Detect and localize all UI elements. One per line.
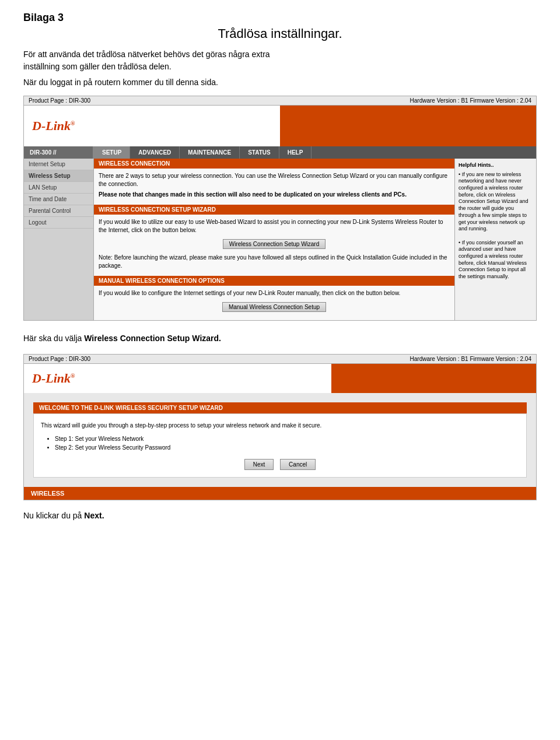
section-title: Trådlösa inställningar. (23, 26, 537, 41)
version-label: Hardware Version : B1 Firmware Version :… (410, 97, 531, 104)
manual-text: If you would like to configure the Inter… (99, 289, 450, 297)
wizard-cancel-button[interactable]: Cancel (280, 459, 316, 470)
wizard-next-button[interactable]: Next (244, 459, 274, 470)
nav-model: DIR-300 // (24, 146, 94, 159)
hints-text-2: • If you consider yourself an advanced u… (459, 240, 533, 280)
wizard-section-title: WIRELESS CONNECTION SETUP WIZARD (94, 205, 454, 215)
hints-text-1: • If you are new to wireless networking … (459, 171, 533, 233)
page-title: Bilaga 3 (23, 12, 537, 24)
wizard-top-bar: Product Page : DIR-300 Hardware Version … (24, 355, 536, 364)
wireless-choice-text: Här ska du välja Wireless Connection Set… (23, 332, 537, 345)
dlink-logo: D-Link® (32, 118, 75, 134)
wizard-text: If you would like to utilize our easy to… (99, 218, 450, 234)
router-sidebar: Internet Setup Wireless Setup LAN Setup … (24, 159, 94, 320)
nav-tab-setup[interactable]: SETUP (94, 146, 130, 159)
manual-connection-button[interactable]: Manual Wireless Connection Setup (222, 302, 326, 312)
sidebar-item-parental[interactable]: Parental Control (24, 205, 93, 217)
wizard-intro: This wizard will guide you through a ste… (41, 421, 519, 430)
router-header: D-Link® (24, 106, 536, 146)
wizard-header: D-Link® (24, 364, 536, 393)
bottom-text: Nu klickar du på Next. (23, 510, 537, 522)
product-page-label: Product Page : DIR-300 (29, 97, 90, 104)
hints-title: Helpful Hints.. (459, 162, 533, 169)
nav-tab-advanced[interactable]: ADVANCED (130, 146, 180, 159)
sidebar-item-lan[interactable]: LAN Setup (24, 182, 93, 194)
wireless-connection-title: WIRELESS CONNECTION (94, 159, 454, 169)
helpful-hints: Helpful Hints.. • If you are new to wire… (454, 159, 536, 320)
sidebar-item-time[interactable]: Time and Date (24, 194, 93, 205)
manual-section-title: MANUAL WIRELESS CONNECTION OPTIONS (94, 276, 454, 286)
router-main-content: WIRELESS CONNECTION There are 2 ways to … (94, 159, 454, 320)
intro-text: För att använda det trådlösa nätverket b… (23, 48, 537, 73)
note-text: Note: Before launching the wizard, pleas… (99, 254, 450, 270)
router-screenshot-1: Product Page : DIR-300 Hardware Version … (23, 96, 537, 321)
sidebar-item-logout[interactable]: Logout (24, 217, 93, 229)
wireless-wizard-button[interactable]: Wireless Connection Setup Wizard (223, 239, 326, 249)
sub-text: När du loggat in på routern kommer du ti… (23, 76, 537, 89)
nav-tab-status[interactable]: STATUS (240, 146, 279, 159)
sidebar-item-wireless[interactable]: Wireless Setup (24, 170, 93, 182)
router-top-bar: Product Page : DIR-300 Hardware Version … (24, 96, 536, 106)
wizard-version-label: Hardware Version : B1 Firmware Version :… (410, 356, 531, 362)
wizard-step1: Step 1: Set your Wireless Network (55, 434, 519, 443)
wireless-bottom-bar: WIRELESS (24, 487, 536, 500)
sidebar-item-internet[interactable]: Internet Setup (24, 159, 93, 170)
router-nav: DIR-300 // SETUP ADVANCED MAINTENANCE ST… (24, 146, 536, 159)
router-screenshot-2: Product Page : DIR-300 Hardware Version … (23, 354, 537, 500)
nav-tab-help[interactable]: HELP (279, 146, 312, 159)
content-p1: There are 2 ways to setup your wireless … (99, 172, 450, 188)
content-bold: Please note that changes made in this se… (99, 191, 450, 199)
wizard-title-bar: WELCOME TO THE D-LINK WIRELESS SECURITY … (33, 402, 527, 413)
wizard-dlink-logo: D-Link® (32, 371, 75, 386)
wizard-product-label: Product Page : DIR-300 (29, 356, 90, 362)
wizard-step2: Step 2: Set your Wireless Security Passw… (55, 443, 519, 452)
nav-tab-maintenance[interactable]: MAINTENANCE (180, 146, 240, 159)
